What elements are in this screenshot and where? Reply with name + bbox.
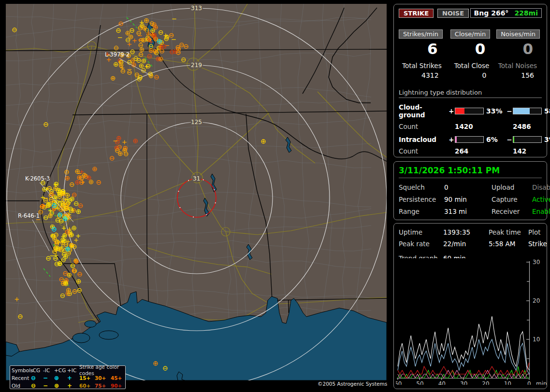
intracloud-row: Intracloud + 6% − 3%	[399, 136, 542, 143]
noises-per-min-value: 0	[494, 41, 542, 57]
trend-graph[interactable]: 1020306050403020100min	[396, 258, 547, 385]
strike-button[interactable]: STRIKE	[399, 9, 434, 18]
intracloud-count-row: Count 264 142	[399, 147, 542, 155]
legend-age-15plus: 15+	[79, 375, 95, 381]
strike-counter-panel: STRIKE NOISE Bng 266°228mi Strikes/min 6…	[393, 4, 547, 157]
cg-negative-bar	[513, 108, 542, 114]
ic-positive-pct: 6%	[484, 136, 506, 143]
total-close-label: Total Close	[447, 62, 494, 70]
lightning-strike-icon	[133, 139, 137, 143]
legend-age-60plus: 60+	[79, 383, 95, 389]
bearing-box: Bng 266°228mi	[470, 8, 542, 18]
strikes-per-min-label: Strikes/min	[399, 29, 443, 39]
cg-positive-bar	[455, 108, 484, 114]
map-area[interactable]: 31321912531L-3979-2K-2605-3R-646-1 Symbo…	[6, 4, 387, 380]
noises-column: Noises/min 0 Total Noises 156	[494, 29, 542, 79]
legend-symbol-neg-ic-icon: −	[43, 383, 54, 389]
peak-rate-label: Peak rate	[399, 240, 443, 248]
status-value-2-2: Enabled	[532, 208, 550, 215]
plus-sign: +	[448, 107, 455, 115]
legend-symbol-neg-cg-icon: ⊖	[31, 375, 43, 381]
legend-recent-row: Recent ⊖−⊕+15+30+45+	[12, 375, 124, 381]
svg-text:40: 40	[438, 380, 446, 385]
noises-per-min-label: Noises/min	[496, 29, 540, 39]
status-grid: Squelch0UploadDisabledPersistence90 minC…	[399, 183, 542, 215]
lightning-strike-icon	[115, 146, 118, 150]
legend-symbol-pos-cg-icon: ⊕	[54, 383, 67, 389]
close-per-min-value: 0	[447, 41, 494, 57]
cloud-ground-count-row: Count 1420 2486	[399, 123, 542, 130]
lightning-strike-icon	[63, 217, 67, 221]
lightning-map[interactable]: 31321912531L-3979-2K-2605-3R-646-1	[6, 4, 387, 380]
lightning-strike-icon	[72, 226, 76, 230]
lightning-strike-icon	[154, 362, 158, 365]
status-value-0-1: 0	[444, 183, 492, 191]
total-strikes-value: 4312	[399, 71, 447, 79]
total-noises-value: 156	[494, 71, 542, 79]
datetime-display: 3/11/2026 1:50:11 PM	[399, 166, 542, 178]
legend-col-neg-ic: -IC	[43, 367, 54, 374]
legend-old-label: Old	[12, 383, 31, 389]
bearing-distance: 228mi	[514, 9, 538, 17]
intracloud-label: Intracloud	[399, 136, 448, 143]
legend-symbol-pos-ic-icon: +	[67, 375, 79, 381]
status-value-1-2: Active	[532, 196, 550, 203]
svg-text:30: 30	[533, 259, 540, 266]
legend-age-30plus: 30+	[95, 375, 111, 381]
svg-text:50: 50	[416, 380, 423, 385]
ic-positive-bar	[455, 136, 484, 143]
svg-text:10: 10	[504, 380, 511, 385]
ic-negative-count: 142	[513, 147, 550, 155]
status-value-0-2: Disabled	[532, 183, 550, 191]
status-label-1-2: Capture	[492, 196, 532, 203]
count-label: Count	[399, 147, 448, 155]
status-label-0-1: Squelch	[399, 183, 444, 191]
status-label-0-2: Upload	[492, 183, 532, 191]
cloud-ground-label: Cloud-ground	[399, 103, 448, 119]
legend-symbol-neg-ic-icon: −	[43, 375, 54, 381]
lightning-strike-icon	[77, 280, 81, 283]
status-panel: 3/11/2026 1:50:11 PM Squelch0UploadDisab…	[393, 161, 547, 220]
lightning-strike-icon	[114, 62, 118, 66]
legend-symbols-label: Symbols	[12, 367, 31, 374]
lightning-strike-icon	[140, 48, 144, 52]
legend-symbol-pos-ic-icon: +	[67, 383, 79, 389]
cloud-ground-row: Cloud-ground + 33% − 58%	[399, 103, 542, 119]
map-legend: Symbols -CG -IC +CG +IC Strike age color…	[10, 365, 126, 389]
plot-value: Strike	[528, 240, 547, 248]
strikes-column: Strikes/min 6 Total Strikes 4312	[399, 29, 447, 79]
svg-text:31: 31	[193, 175, 200, 182]
uptime-label: Uptime	[399, 228, 443, 236]
strikes-per-min-value: 6	[399, 41, 447, 57]
lightning-strike-icon	[119, 64, 123, 68]
legend-age-90plus: 90+	[111, 383, 124, 389]
plot-label: Plot	[528, 228, 547, 236]
distribution-title: Lightning type distribution	[399, 89, 542, 98]
lightning-strike-icon	[123, 148, 127, 152]
ic-negative-pct: 3%	[542, 136, 550, 143]
cg-negative-count: 2486	[513, 123, 550, 130]
lightning-strike-icon	[75, 169, 79, 173]
status-label-2-1: Range	[399, 208, 444, 215]
legend-col-neg-cg: -CG	[31, 367, 43, 374]
ic-positive-count: 264	[455, 147, 506, 155]
cg-positive-count: 1420	[455, 123, 506, 130]
peak-time-value: 5:58 AM	[489, 240, 528, 248]
bearing-label: Bng 266°	[474, 9, 509, 17]
copyright-text: ©2005 Astrogenic Systems	[318, 381, 387, 387]
plus-sign: +	[448, 136, 455, 143]
svg-text:125: 125	[191, 119, 202, 126]
lightning-strike-icon	[66, 247, 70, 251]
svg-text:0: 0	[527, 380, 531, 385]
stats-grid: Uptime 1393:35 Peak time Plot Peak rate …	[399, 228, 542, 248]
svg-text:10: 10	[533, 336, 540, 343]
svg-text:30: 30	[460, 380, 467, 385]
legend-old-row: Old ⊖−⊕+60+75+90+	[12, 383, 124, 389]
status-value-1-1: 90 min	[444, 196, 492, 203]
svg-text:60: 60	[396, 380, 402, 385]
svg-text:20: 20	[482, 380, 489, 385]
noise-button[interactable]: NOISE	[437, 9, 469, 18]
peak-rate-value: 22/min	[443, 240, 489, 248]
lightning-strike-icon	[261, 140, 265, 143]
cg-negative-pct: 58%	[542, 107, 550, 115]
